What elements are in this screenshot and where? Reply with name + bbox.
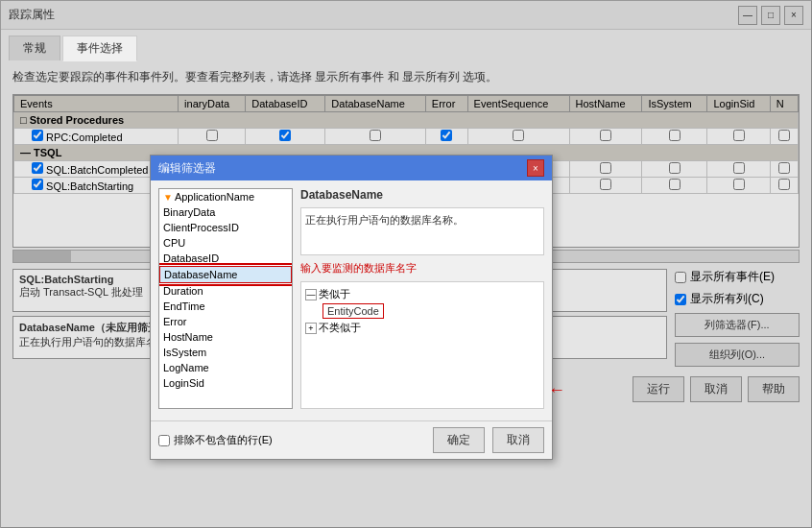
filter-tree: — 类似于 EntityCode + 不类似于 [300,281,544,409]
list-item-error[interactable]: Error [159,314,292,329]
list-item-issystem[interactable]: IsSystem [159,345,292,360]
modal-confirm-button[interactable]: 确定 [433,427,485,453]
list-item-applicationname[interactable]: ▼ ApplicationName [159,189,292,204]
modal-title-bar: 编辑筛选器 × [151,156,552,180]
tree-item-entitycode: EntityCode [305,302,539,320]
field-description: 正在执行用户语句的数据库名称。 [300,207,544,255]
tree-expand-notlike[interactable]: + [305,323,317,334]
list-item-loginsid[interactable]: LoginSid [159,375,292,391]
list-item-databaseid[interactable]: DatabaseID [159,251,292,266]
list-item-hostname[interactable]: HostName [159,329,292,345]
modal-footer-buttons: 确定 取消 [433,427,544,453]
exclude-nulls-checkbox[interactable] [158,435,170,446]
edit-filter-dialog: 编辑筛选器 × ▼ ApplicationName BinaryData Cli… [150,155,553,460]
filter-value-entitycode[interactable]: EntityCode [322,303,384,319]
list-item-databasename[interactable]: DatabaseName [159,266,292,283]
modal-overlay: 编辑筛选器 × ▼ ApplicationName BinaryData Cli… [1,1,812,528]
filter-hint: 输入要监测的数据库名字 [300,261,544,276]
list-item-endtime[interactable]: EndTime [159,299,292,314]
list-item-clientprocessid[interactable]: ClientProcessID [159,220,292,235]
list-item-duration[interactable]: Duration [159,283,292,299]
modal-cancel-button[interactable]: 取消 [492,427,544,453]
filter-field-list: ▼ ApplicationName BinaryData ClientProce… [158,188,293,409]
modal-footer: 排除不包含值的行(E) 确定 取消 [151,420,552,459]
tree-item-like: — 类似于 [305,286,539,302]
modal-right-panel: DatabaseName 正在执行用户语句的数据库名称。 输入要监测的数据库名字… [300,188,544,409]
selected-field-name: DatabaseName [300,188,544,202]
modal-close-button[interactable]: × [527,159,544,177]
tree-expand-like[interactable]: — [305,289,317,300]
list-item-binarydata[interactable]: BinaryData [159,204,292,220]
list-item-cpu[interactable]: CPU [159,235,292,251]
exclude-nulls-row: 排除不包含值的行(E) [158,433,273,447]
tree-item-notlike: + 不类似于 [305,320,539,336]
modal-body: ▼ ApplicationName BinaryData ClientProce… [151,180,552,417]
tab-event-selection[interactable]: 事件选择 [62,36,137,61]
filter-icon: ▼ [163,192,173,203]
modal-title: 编辑筛选器 [158,160,216,177]
exclude-nulls-label: 排除不包含值的行(E) [174,433,273,447]
list-item-logname[interactable]: LogName [159,360,292,375]
